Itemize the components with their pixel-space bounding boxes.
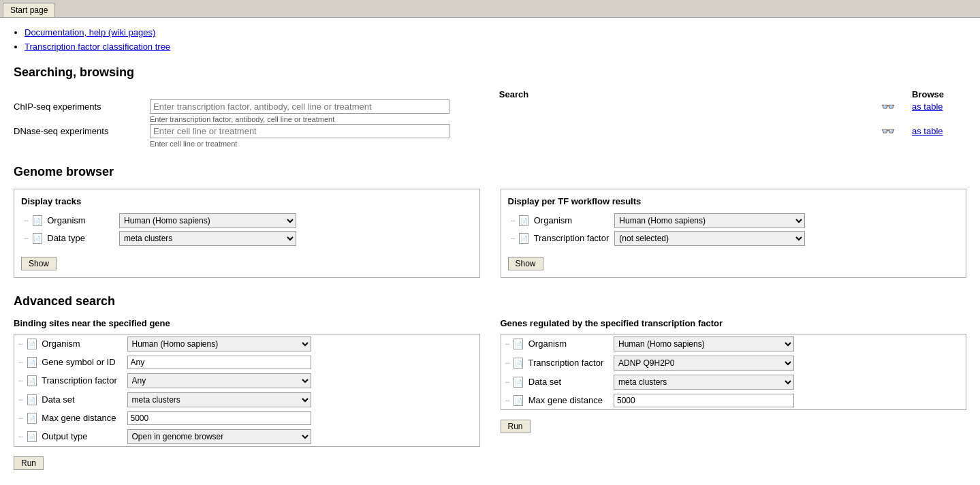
datatype-label: Data type — [47, 233, 85, 243]
tree-dots: ┄ — [18, 377, 23, 385]
tree-dots: ┄ — [505, 340, 510, 348]
organism-label: Organism — [47, 215, 85, 225]
advanced-search-title: Advanced search — [14, 294, 966, 309]
chipseq-as-table-link[interactable]: as table — [912, 101, 943, 112]
list-item: Transcription factor classification tree — [25, 42, 966, 52]
display-per-tf-tf-select[interactable]: (not selected) — [614, 231, 805, 246]
tree-dots: ┄ — [18, 396, 23, 404]
genome-browser-title: Genome browser — [14, 165, 966, 179]
tree-dots: ┄ — [18, 433, 23, 441]
doc-icon: 📄 — [27, 394, 37, 405]
table-row: ┄ 📄 Organism Human (Homo sapiens) Mouse … — [21, 212, 473, 230]
chipseq-search-input[interactable] — [150, 99, 449, 114]
tree-dots: ┄ — [505, 396, 510, 405]
doc-icon: 📄 — [513, 358, 523, 369]
display-tracks-panel: Display tracks ┄ 📄 Organism Human (Homo … — [14, 189, 480, 278]
display-per-tf-title: Display per TF workflow results — [508, 196, 960, 206]
table-row: ┄ 📄 Gene symbol or ID — [14, 354, 480, 371]
list-item: Documentation, help (wiki pages) — [25, 27, 966, 37]
organism-label: Organism — [528, 339, 567, 349]
table-row: ┄ 📄 Organism Human (Homo sapiens) Mouse … — [501, 334, 966, 354]
gene-symbol-label: Gene symbol or ID — [42, 357, 115, 367]
tf-classification-link[interactable]: Transcription factor classification tree — [25, 42, 170, 52]
gene-symbol-input[interactable] — [127, 356, 311, 369]
tf-label: Transcription factor — [42, 375, 117, 386]
table-row: ┄ 📄 Max gene distance — [14, 409, 480, 427]
binding-tf-select[interactable]: Any — [127, 373, 311, 388]
genes-regulated-panel: Genes regulated by the specified transcr… — [501, 318, 967, 470]
genome-browser-panels: Display tracks ┄ 📄 Organism Human (Homo … — [14, 189, 966, 278]
advanced-search-panels: Binding sites near the specified gene ┄ … — [14, 318, 966, 470]
tree-dots: ┄ — [505, 359, 510, 367]
table-row: ┄ 📄 Max gene distance — [501, 392, 966, 410]
genes-regulated-run-button[interactable]: Run — [501, 420, 531, 433]
max-gene-dist-label: Max gene distance — [42, 413, 116, 423]
doc-icon: 📄 — [519, 215, 528, 226]
table-row: ┄ 📄 Organism Human (Homo sapiens) Mouse … — [508, 212, 960, 230]
doc-icon: 📄 — [33, 215, 42, 226]
display-tracks-show-button[interactable]: Show — [21, 257, 57, 270]
doc-icon: 📄 — [27, 431, 37, 442]
organism-label: Organism — [42, 339, 80, 349]
doc-icon: 📄 — [33, 233, 42, 244]
chipseq-hint: Enter transcription factor, antibody, ce… — [150, 115, 334, 123]
table-row: ┄ 📄 Data set meta clusters clusters peak… — [501, 373, 966, 392]
tree-dots: ┄ — [24, 234, 29, 242]
table-row: ┄ 📄 Transcription factor ADNP Q9H2P0 — [501, 354, 966, 373]
dnaseq-search-button[interactable]: 👓 — [879, 125, 898, 138]
dnaseq-label: DNase-seq experiments — [14, 124, 150, 138]
links-list: Documentation, help (wiki pages) Transcr… — [25, 27, 966, 52]
search-column-header: Search — [499, 89, 528, 104]
chipseq-label: ChIP-seq experiments — [14, 99, 150, 114]
documentation-link[interactable]: Documentation, help (wiki pages) — [25, 27, 155, 37]
output-type-select[interactable]: Open in genome browser Download as table — [127, 429, 311, 444]
binding-sites-title: Binding sites near the specified gene — [14, 318, 480, 328]
tree-dots: ┄ — [18, 414, 23, 422]
tab-start-page[interactable]: Start page — [3, 3, 55, 17]
display-tracks-table: ┄ 📄 Organism Human (Homo sapiens) Mouse … — [21, 212, 473, 247]
dnaseq-search-input[interactable] — [150, 124, 449, 138]
organism-label: Organism — [534, 215, 572, 225]
doc-icon: 📄 — [27, 413, 37, 424]
dataset-label: Data set — [528, 377, 561, 387]
doc-icon: 📄 — [27, 357, 37, 368]
genes-regulated-table: ┄ 📄 Organism Human (Homo sapiens) Mouse … — [501, 334, 967, 410]
doc-icon: 📄 — [513, 339, 523, 349]
doc-icon: 📄 — [513, 377, 523, 388]
genes-organism-select[interactable]: Human (Homo sapiens) Mouse (Mus musculus… — [614, 337, 794, 351]
display-per-tf-organism-select[interactable]: Human (Homo sapiens) Mouse (Mus musculus… — [614, 213, 805, 228]
display-per-tf-panel: Display per TF workflow results ┄ 📄 Orga… — [501, 189, 967, 278]
table-row: ┄ 📄 Data type meta clusters clusters pea… — [21, 230, 473, 247]
max-gene-dist-input[interactable] — [127, 411, 311, 425]
tree-dots: ┄ — [18, 358, 23, 366]
tab-bar: Start page — [0, 0, 980, 18]
tree-dots: ┄ — [511, 217, 516, 225]
display-per-tf-table: ┄ 📄 Organism Human (Homo sapiens) Mouse … — [508, 212, 960, 247]
searching-browsing-section: Searching, browsing Search Browse ChIP-s… — [14, 65, 966, 148]
binding-dataset-select[interactable]: meta clusters clusters peaks — [127, 392, 311, 407]
display-tracks-datatype-select[interactable]: meta clusters clusters peaks — [119, 231, 296, 246]
genes-regulated-title: Genes regulated by the specified transcr… — [501, 318, 967, 328]
searching-browsing-title: Searching, browsing — [14, 65, 966, 80]
binding-sites-panel: Binding sites near the specified gene ┄ … — [14, 318, 480, 470]
dnaseq-as-table-link[interactable]: as table — [912, 126, 943, 136]
main-content: Documentation, help (wiki pages) Transcr… — [0, 18, 980, 485]
tree-dots: ┄ — [24, 217, 29, 225]
doc-icon: 📄 — [27, 339, 37, 349]
binding-sites-run-button[interactable]: Run — [14, 456, 44, 470]
chipseq-search-button[interactable]: 👓 — [879, 100, 898, 113]
doc-icon: 📄 — [513, 395, 523, 406]
genes-max-dist-input[interactable] — [614, 394, 794, 407]
table-row: ┄ 📄 Data set meta clusters clusters peak… — [14, 390, 480, 409]
dataset-label: Data set — [42, 394, 74, 405]
genes-dataset-select[interactable]: meta clusters clusters peaks — [614, 375, 794, 390]
binding-organism-select[interactable]: Human (Homo sapiens) Mouse (Mus musculus… — [127, 337, 311, 351]
display-per-tf-show-button[interactable]: Show — [508, 257, 543, 270]
doc-icon: 📄 — [519, 233, 528, 244]
genes-tf-select[interactable]: ADNP Q9H2P0 — [614, 356, 794, 371]
tf-label: Transcription factor — [534, 233, 610, 243]
tree-dots: ┄ — [511, 234, 516, 242]
display-tracks-organism-select[interactable]: Human (Homo sapiens) Mouse (Mus musculus… — [119, 213, 296, 228]
table-row: ┄ 📄 Output type Open in genome browser D… — [14, 427, 480, 447]
output-type-label: Output type — [42, 431, 87, 441]
